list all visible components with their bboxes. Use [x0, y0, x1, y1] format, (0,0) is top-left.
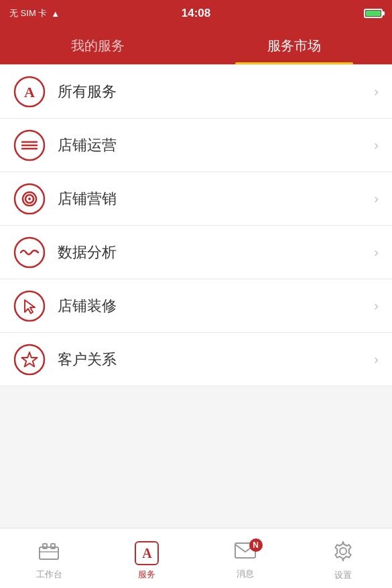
data-analysis-icon	[13, 236, 46, 269]
nav-service[interactable]: A 服务	[98, 536, 196, 581]
store-ops-label: 店铺运营	[58, 135, 374, 155]
store-decor-label: 店铺装修	[58, 296, 374, 316]
nav-workbench[interactable]: 工作台	[0, 536, 98, 581]
list-item-store-ops[interactable]: 店铺运营 ›	[0, 119, 392, 172]
store-marketing-label: 店铺营销	[58, 189, 374, 209]
store-decor-chevron: ›	[374, 298, 379, 313]
workbench-icon	[39, 542, 59, 565]
store-ops-chevron: ›	[374, 137, 379, 153]
data-analysis-chevron: ›	[374, 244, 379, 260]
all-services-icon: A	[13, 76, 46, 108]
content-spacer	[0, 386, 392, 520]
customer-rel-label: 客户关系	[58, 350, 374, 370]
store-marketing-icon	[13, 183, 46, 215]
svg-point-10	[15, 345, 44, 374]
battery-icon	[364, 9, 383, 18]
svg-rect-12	[40, 547, 58, 559]
store-ops-icon	[13, 129, 46, 161]
settings-icon	[333, 541, 353, 566]
status-bar-time: 14:08	[182, 7, 210, 20]
all-services-label: 所有服务	[58, 82, 374, 102]
status-bar-right	[364, 9, 383, 18]
service-list: A 所有服务 › 店铺运营 › 店铺营销 ›	[0, 64, 392, 386]
tab-header: 我的服务 服务市场	[0, 27, 392, 64]
all-services-chevron: ›	[374, 84, 379, 99]
list-item-customer-rel[interactable]: 客户关系 ›	[0, 333, 392, 386]
svg-point-7	[28, 198, 31, 200]
list-item-data-analysis[interactable]: 数据分析 ›	[0, 226, 392, 279]
svg-text:A: A	[24, 84, 35, 100]
status-bar-left: 无 SIM 卡 ▲	[9, 7, 60, 19]
bottom-nav: 工作台 A 服务 N 消息 设置	[0, 528, 392, 588]
wifi-icon: ▲	[51, 9, 60, 19]
settings-label: 设置	[334, 569, 352, 581]
sim-status: 无 SIM 卡	[9, 7, 47, 19]
list-item-all-services[interactable]: A 所有服务 ›	[0, 65, 392, 119]
service-icon: A	[135, 541, 159, 565]
messages-label: 消息	[237, 568, 254, 580]
svg-point-8	[15, 238, 44, 267]
nav-messages[interactable]: N 消息	[196, 537, 294, 580]
svg-point-17	[340, 548, 346, 555]
store-decor-icon	[13, 290, 46, 322]
tab-my-service[interactable]: 我的服务	[0, 27, 196, 64]
list-item-store-marketing[interactable]: 店铺营销 ›	[0, 172, 392, 226]
customer-rel-chevron: ›	[374, 352, 379, 367]
data-analysis-label: 数据分析	[58, 242, 374, 263]
service-icon-box: A	[135, 541, 159, 565]
customer-rel-icon	[13, 344, 46, 376]
store-marketing-chevron: ›	[374, 191, 379, 206]
tab-market[interactable]: 服务市场	[196, 27, 393, 64]
service-label: 服务	[138, 569, 155, 581]
status-bar: 无 SIM 卡 ▲ 14:08	[0, 0, 392, 27]
svg-marker-11	[22, 352, 38, 367]
messages-icon: N	[235, 542, 256, 565]
battery-fill	[366, 11, 381, 16]
workbench-label: 工作台	[36, 569, 62, 581]
messages-badge: N	[249, 538, 263, 552]
list-item-store-decor[interactable]: 店铺装修 ›	[0, 279, 392, 333]
nav-settings[interactable]: 设置	[294, 536, 392, 581]
